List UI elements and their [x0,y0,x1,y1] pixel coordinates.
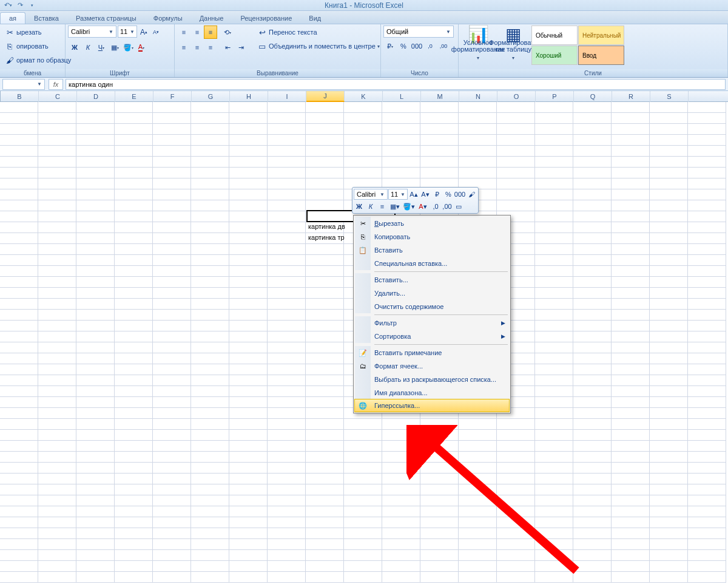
ctx-hyperlink[interactable]: 🌐Гиперссылка... [354,399,510,412]
col-header-i[interactable]: I [268,91,306,102]
tab-review[interactable]: Рецензирование [232,13,300,24]
col-header-d[interactable]: D [77,91,115,102]
style-neutral[interactable]: Нейтральный [578,25,624,45]
tab-page-layout[interactable]: Разметка страницы [67,13,145,24]
align-top-button[interactable]: ≡ [177,25,190,39]
ctx-delete[interactable]: Удалить... [355,287,509,300]
tab-insert[interactable]: Вставка [25,13,67,24]
percent-button[interactable]: % [397,39,410,53]
mini-shrink-font[interactable]: A▾ [420,189,431,200]
mini-comma[interactable]: 000 [454,189,465,200]
align-right-button[interactable]: ≡ [204,41,217,54]
decrease-indent-button[interactable]: ⇤ [221,41,234,54]
italic-button[interactable]: К [81,41,95,54]
cut-button[interactable]: ✂ырезать [2,25,73,39]
ctx-copy[interactable]: ⎘Копировать [355,230,509,243]
comma-button[interactable]: 000 [410,39,423,53]
align-middle-button[interactable]: ≡ [190,25,204,39]
mini-font-name[interactable]: Calibri▼ [354,189,388,200]
ctx-paste[interactable]: 📋Вставить [355,243,509,257]
underline-button[interactable]: Ч▾ [95,41,108,54]
qat-customize[interactable]: ▾ [27,1,38,10]
style-normal[interactable]: Обычный [531,25,578,45]
col-header-n[interactable]: N [459,91,497,102]
col-header-s[interactable]: S [650,91,689,102]
fill-color-button[interactable]: 🪣▾ [121,41,135,54]
ctx-filter[interactable]: Фильтр▶ [355,316,509,330]
ctx-insert[interactable]: Вставить... [355,273,509,287]
tab-formulas[interactable]: Формулы [145,13,191,24]
col-header-b[interactable]: B [1,91,39,102]
format-painter-button[interactable]: 🖌ормат по образцу [2,53,73,67]
mini-percent[interactable]: % [443,189,454,200]
mini-merge[interactable]: ▭ [453,201,464,212]
align-left-button[interactable]: ≡ [177,41,190,54]
align-bottom-button[interactable]: ≡ [204,25,217,39]
col-header-f[interactable]: F [153,91,192,102]
wrap-text-button[interactable]: ↩Перенос текста [255,25,382,39]
mini-bold[interactable]: Ж [354,201,365,212]
cell-styles-gallery[interactable]: Обычный Нейтральный Хороший Ввод [531,25,624,65]
col-header-k[interactable]: K [345,91,383,102]
col-header-j[interactable]: J [306,91,345,102]
decrease-decimal-button[interactable]: ,00 [437,39,450,53]
tab-data[interactable]: Данные [191,13,232,24]
mini-inc-decimal[interactable]: ,00 [442,201,453,212]
mini-grow-font[interactable]: A▴ [408,189,419,200]
cell-j11[interactable]: картинка один [308,212,352,219]
ctx-clear[interactable]: Очистить содержимое [355,300,509,313]
tab-view[interactable]: Вид [300,13,329,24]
mini-currency[interactable]: ₽ [431,189,442,200]
col-header-g[interactable]: G [192,91,230,102]
ctx-cut[interactable]: ✂ВВырезатьырезать [355,217,509,230]
col-header-q[interactable]: Q [574,91,612,102]
tab-home[interactable]: ая [0,12,25,24]
mini-font-size[interactable]: 11▼ [388,189,408,200]
mini-format-painter[interactable]: 🖌 [466,189,477,200]
increase-indent-button[interactable]: ⇥ [234,41,248,54]
col-header-r[interactable]: R [612,91,650,102]
font-size-select[interactable]: 11▼ [118,25,137,38]
bold-button[interactable]: Ж [68,41,81,54]
orientation-button[interactable]: ⟲▾ [221,25,234,39]
merge-center-button[interactable]: ▭Объединить и поместить в центре▾ [255,39,382,53]
ctx-pick-from-drop-down[interactable]: Выбрать из раскрывающегося списка... [355,373,509,386]
ctx-insert-comment[interactable]: 📝Вставить примечание [355,346,509,359]
currency-button[interactable]: ₽▾ [383,39,397,53]
copy-button[interactable]: ⎘опировать [2,39,73,53]
col-header-e[interactable]: E [115,91,153,102]
style-input[interactable]: Ввод [578,46,624,65]
formula-input[interactable]: картинка один [66,79,726,90]
increase-decimal-button[interactable]: ,0 [423,39,437,53]
undo-button[interactable]: ↶▾ [2,1,13,10]
border-button[interactable]: ▦▾ [108,41,121,54]
ctx-sort[interactable]: Сортировка▶ [355,330,509,343]
mini-font-color[interactable]: A▾ [416,201,430,212]
align-center-button[interactable]: ≡ [190,41,204,54]
col-header-h[interactable]: H [230,91,268,102]
grow-font-button[interactable]: A▴ [138,25,149,39]
mini-border[interactable]: ▦▾ [388,201,402,212]
ctx-paste-special[interactable]: Специальная вставка... [355,257,509,270]
style-good[interactable]: Хороший [531,46,578,65]
cell-j13[interactable]: картинка тр [308,234,345,241]
mini-fill-color[interactable]: 🪣▾ [402,201,416,212]
ctx-define-name[interactable]: Имя диапазона... [355,386,509,399]
font-name-select[interactable]: Calibri▼ [68,25,116,38]
col-header-m[interactable]: M [421,91,459,102]
col-header-o[interactable]: O [497,91,536,102]
mini-center[interactable]: ≡ [377,201,388,212]
col-header-l[interactable]: L [383,91,421,102]
col-header-p[interactable]: P [536,91,574,102]
font-color-button[interactable]: A▾ [135,41,148,54]
shrink-font-button[interactable]: A▾ [150,25,161,39]
format-as-table-button[interactable]: ▦Форматировать как таблицу▾ [496,25,530,67]
name-box[interactable]: ▼ [2,79,45,90]
cell-j12[interactable]: картинка дв [308,223,345,230]
mini-dec-decimal[interactable]: ,0 [430,201,441,212]
redo-button[interactable]: ↷ [15,1,25,10]
ctx-format-cells[interactable]: 🗂Формат ячеек... [355,359,509,373]
fx-button[interactable]: fx [49,79,63,90]
col-header-c[interactable]: C [39,91,77,102]
mini-italic[interactable]: К [365,201,376,212]
